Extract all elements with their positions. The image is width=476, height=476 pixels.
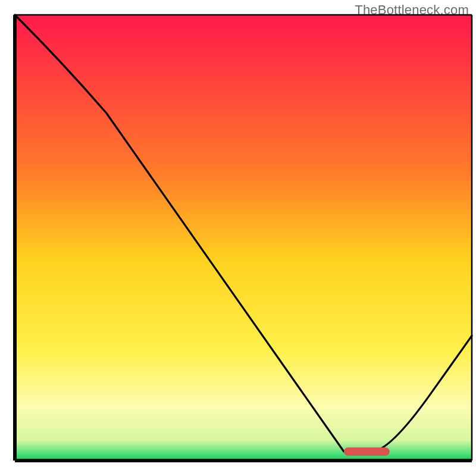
bottleneck-chart: [0, 0, 476, 476]
watermark-label: TheBottleneck.com: [355, 2, 469, 18]
optimal-range-marker: [344, 447, 390, 456]
plot-background: [15, 15, 472, 461]
chart-container: TheBottleneck.com: [0, 0, 476, 476]
